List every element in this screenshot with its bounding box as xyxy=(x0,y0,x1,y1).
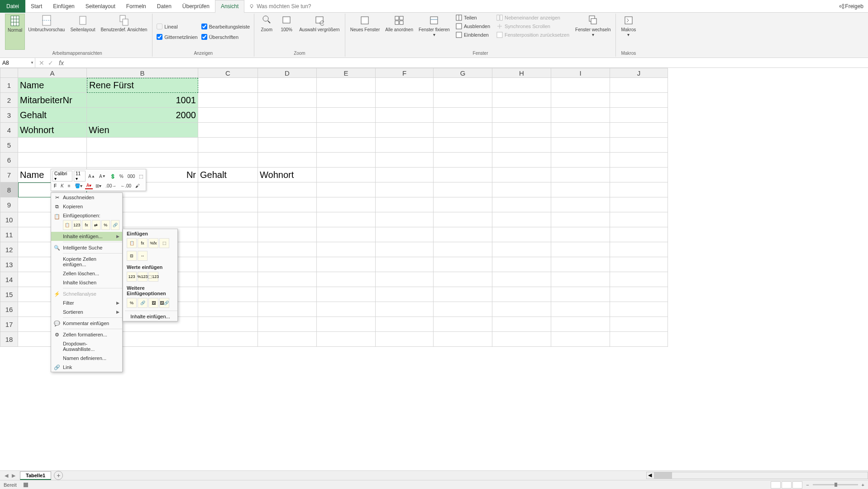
paste-values-icon[interactable]: 123 xyxy=(72,220,81,230)
mini-bold-icon[interactable]: F xyxy=(52,183,58,189)
cell-H11[interactable] xyxy=(492,227,551,242)
cell-C16[interactable] xyxy=(198,302,258,317)
cell-F9[interactable] xyxy=(376,197,434,212)
cell-I4[interactable] xyxy=(551,123,610,138)
cell-H13[interactable] xyxy=(492,257,551,272)
share-button[interactable]: Freigeb xyxy=(839,3,863,10)
zoom-out-icon[interactable]: − xyxy=(806,482,809,488)
ctx-insert-copied[interactable]: Kopierte Zellen einfügen... xyxy=(51,254,122,269)
cell-H17[interactable] xyxy=(492,317,551,332)
cell-I2[interactable] xyxy=(551,93,610,108)
cell-E2[interactable] xyxy=(317,93,376,108)
cell-E11[interactable] xyxy=(317,227,376,242)
view-pagebreak-button[interactable]: Umbruchvorschau xyxy=(26,14,67,50)
mini-increase-font-icon[interactable]: A▲ xyxy=(87,173,96,179)
sub-paste-icon-2[interactable]: fx xyxy=(138,238,148,248)
row-header-9[interactable]: 9 xyxy=(0,197,18,212)
cell-F11[interactable] xyxy=(376,227,434,242)
col-header-G[interactable]: G xyxy=(434,68,492,78)
cell-D10[interactable] xyxy=(258,212,317,227)
tab-data[interactable]: Daten xyxy=(152,0,177,13)
cell-C3[interactable] xyxy=(198,108,258,123)
cell-D13[interactable] xyxy=(258,257,317,272)
ctx-insert-comment[interactable]: 💬Kommentar einfügen xyxy=(51,319,122,328)
cell-I6[interactable] xyxy=(551,153,610,168)
cell-H8[interactable] xyxy=(492,182,551,197)
paste-formulas-icon[interactable]: fx xyxy=(82,220,91,230)
mini-increase-decimal-icon[interactable]: .00→ xyxy=(104,183,118,189)
mini-size-select[interactable]: 11 ▾ xyxy=(74,171,86,182)
cell-B4[interactable]: Wien xyxy=(87,123,198,138)
sub-other-icon-3[interactable]: 🖼 xyxy=(148,298,158,308)
zoom-selection-button[interactable]: Auswahl vergrößern xyxy=(297,14,342,50)
sub-values-icon-2[interactable]: %123 xyxy=(138,272,148,282)
col-header-H[interactable]: H xyxy=(492,68,551,78)
cell-E7[interactable] xyxy=(317,168,376,182)
cell-F4[interactable] xyxy=(376,123,434,138)
sheet-prev-icon[interactable]: ◀ xyxy=(5,473,8,479)
cell-E15[interactable] xyxy=(317,287,376,302)
cell-H9[interactable] xyxy=(492,197,551,212)
cell-E13[interactable] xyxy=(317,257,376,272)
sheet-next-icon[interactable]: ▶ xyxy=(12,473,15,479)
new-window-button[interactable]: Neues Fenster xyxy=(348,14,382,50)
sub-paste-icon-1[interactable]: 📋 xyxy=(127,238,137,248)
cell-F14[interactable] xyxy=(376,272,434,287)
mini-merge-icon[interactable]: ⬚ xyxy=(138,173,144,179)
row-header-8[interactable]: 8 xyxy=(0,182,18,197)
sub-paste-icon-3[interactable]: %fx xyxy=(148,238,158,248)
col-header-B[interactable]: B xyxy=(87,68,198,78)
cell-I11[interactable] xyxy=(551,227,610,242)
cell-H16[interactable] xyxy=(492,302,551,317)
ruler-checkbox[interactable]: Lineal xyxy=(155,23,199,30)
cell-D8[interactable] xyxy=(258,182,317,197)
ctx-smart-lookup[interactable]: 🔍Intelligente Suche xyxy=(51,243,122,252)
mini-fill-color-icon[interactable]: 🪣▾ xyxy=(73,183,84,189)
row-header-11[interactable]: 11 xyxy=(0,227,18,242)
headings-checkbox[interactable]: Überschriften xyxy=(200,33,252,41)
cell-G15[interactable] xyxy=(434,287,492,302)
cell-J13[interactable] xyxy=(610,257,668,272)
cell-F17[interactable] xyxy=(376,317,434,332)
cell-I12[interactable] xyxy=(551,242,610,257)
cell-F10[interactable] xyxy=(376,212,434,227)
paste-normal-icon[interactable]: 📋 xyxy=(63,220,72,230)
paste-link-icon[interactable]: 🔗 xyxy=(111,220,119,230)
ctx-paste-special[interactable]: Inhalte einfügen...▶ xyxy=(51,232,122,241)
cell-G13[interactable] xyxy=(434,257,492,272)
cell-H4[interactable] xyxy=(492,123,551,138)
row-header-10[interactable]: 10 xyxy=(0,212,18,227)
split-button[interactable]: Teilen xyxy=(453,14,493,22)
cell-G17[interactable] xyxy=(434,317,492,332)
col-header-C[interactable]: C xyxy=(198,68,258,78)
zoom-slider[interactable] xyxy=(813,484,858,485)
cell-C17[interactable] xyxy=(198,317,258,332)
sub-paste-icon-4[interactable]: ⬚ xyxy=(159,238,169,248)
cell-C12[interactable] xyxy=(198,242,258,257)
row-header-4[interactable]: 4 xyxy=(0,123,18,138)
cell-I8[interactable] xyxy=(551,182,610,197)
ctx-sort[interactable]: Sortieren▶ xyxy=(51,307,122,316)
cell-J6[interactable] xyxy=(610,153,668,168)
cell-H2[interactable] xyxy=(492,93,551,108)
cell-A5[interactable] xyxy=(18,138,87,153)
cell-H1[interactable] xyxy=(492,78,551,93)
cell-E5[interactable] xyxy=(317,138,376,153)
row-header-18[interactable]: 18 xyxy=(0,332,18,347)
cell-G7[interactable] xyxy=(434,168,492,182)
cell-F2[interactable] xyxy=(376,93,434,108)
zoom-button[interactable]: Zoom xyxy=(257,14,276,50)
tab-formulas[interactable]: Formeln xyxy=(121,0,152,13)
cell-G5[interactable] xyxy=(434,138,492,153)
cell-F3[interactable] xyxy=(376,108,434,123)
cell-D5[interactable] xyxy=(258,138,317,153)
cell-I3[interactable] xyxy=(551,108,610,123)
ctx-delete[interactable]: Zellen löschen... xyxy=(51,269,122,278)
cell-G12[interactable] xyxy=(434,242,492,257)
cell-C10[interactable] xyxy=(198,212,258,227)
col-header-I[interactable]: I xyxy=(551,68,610,78)
cell-E9[interactable] xyxy=(317,197,376,212)
ctx-define-name[interactable]: Namen definieren... xyxy=(51,354,122,363)
mini-italic-icon[interactable]: K xyxy=(59,183,65,189)
cell-A6[interactable] xyxy=(18,153,87,168)
